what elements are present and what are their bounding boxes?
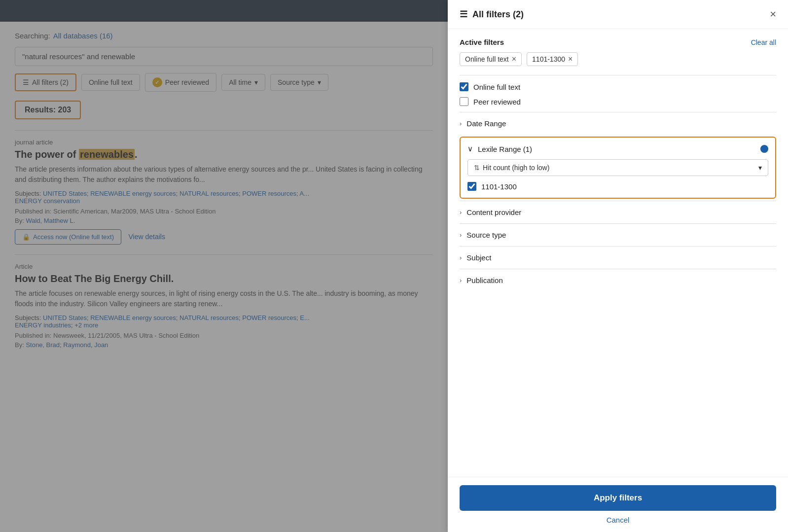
online-full-text-row: Online full text [460,82,776,91]
filter-tag-label-1: Online full text [465,55,509,63]
filter-tag-label-2: 1101-1300 [532,55,565,63]
close-panel-button[interactable]: × [770,9,776,20]
filter-panel-footer: Apply filters Cancel [448,477,788,532]
cancel-link[interactable]: Cancel [460,516,776,524]
lexile-checkbox[interactable] [467,182,476,191]
subject-header[interactable]: › Subject [460,253,776,262]
active-filters-label: Active filters [460,38,504,46]
filter-panel-title: ☰ All filters (2) [460,9,524,20]
filter-tag-online-full-text: Online full text × [460,52,522,66]
lexile-checkbox-row: 1101-1300 [467,182,768,191]
lexile-value-label: 1101-1300 [481,182,517,191]
filter-panel-header: ☰ All filters (2) × [448,0,788,29]
sort-dropdown[interactable]: ⇅ Hit count (high to low) ▾ [467,159,768,176]
filter-panel-title-text: All filters (2) [472,9,524,20]
content-provider-header[interactable]: › Content provider [460,208,776,216]
active-filter-tags: Online full text × 1101-1300 × [460,52,776,66]
subject-section: › Subject [460,246,776,269]
publication-label: Publication [466,276,502,284]
publication-section: › Publication [460,269,776,291]
sort-icon: ⇅ [474,164,480,172]
remove-online-full-text-button[interactable]: × [512,55,516,63]
clear-all-link[interactable]: Clear all [751,38,776,46]
date-range-section: › Date Range [460,112,776,135]
apply-filters-button[interactable]: Apply filters [460,485,776,511]
lexile-chevron-down: ∨ [467,144,473,153]
publication-header[interactable]: › Publication [460,276,776,284]
source-type-label: Source type [466,231,506,239]
lexile-title-row[interactable]: ∨ Lexile Range (1) [467,144,532,153]
lexile-range-label: Lexile Range (1) [478,145,532,153]
remove-lexile-button[interactable]: × [568,55,573,63]
filter-panel-body: Active filters Clear all Online full tex… [448,29,788,477]
content-provider-section: › Content provider [460,201,776,223]
date-range-chevron-right: › [460,120,462,127]
lexile-range-header: ∨ Lexile Range (1) [467,144,768,153]
online-full-text-checkbox-label: Online full text [473,83,520,91]
subject-label: Subject [466,253,491,262]
sort-label: Hit count (high to low) [483,164,549,172]
filter-panel-icon: ☰ [460,9,467,20]
subject-chevron: › [460,254,462,261]
filter-panel: ☰ All filters (2) × Active filters Clear… [448,0,788,532]
date-range-header[interactable]: › Date Range [460,119,776,128]
date-range-label: Date Range [466,119,506,128]
divider-1 [460,75,776,75]
peer-reviewed-checkbox[interactable] [460,97,468,106]
lexile-active-dot [760,145,768,153]
online-full-text-checkbox[interactable] [460,82,468,91]
content-provider-label: Content provider [466,208,521,216]
overlay [0,0,448,532]
peer-reviewed-row: Peer reviewed [460,97,776,106]
publication-chevron: › [460,277,462,284]
source-type-header[interactable]: › Source type [460,231,776,239]
content-provider-chevron: › [460,209,462,216]
peer-reviewed-checkbox-label: Peer reviewed [473,98,521,106]
sort-chevron-down: ▾ [758,164,762,172]
source-type-section: › Source type [460,223,776,246]
filter-tag-lexile: 1101-1300 × [527,52,578,66]
active-filters-row: Active filters Clear all [460,38,776,46]
source-type-chevron: › [460,231,462,239]
lexile-range-section: ∨ Lexile Range (1) ⇅ Hit count (high to … [460,137,776,199]
